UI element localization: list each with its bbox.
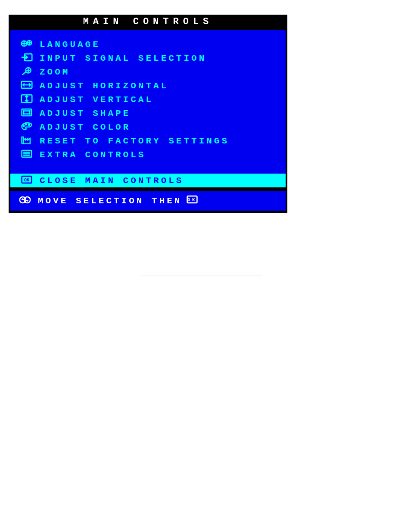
divider — [9, 187, 287, 191]
menu-item-label: ADJUST COLOR — [35, 122, 131, 132]
osd-window: MAIN CONTROLS LANGUAGE INPUT SIGNAL SELE… — [9, 15, 287, 213]
language-icon — [18, 38, 35, 51]
osd-body: LANGUAGE INPUT SIGNAL SELECTION ZOOM ADJ… — [10, 30, 286, 187]
adjust-horizontal-icon — [18, 80, 35, 92]
factory-icon — [18, 135, 35, 147]
adjust-color-icon — [18, 121, 35, 134]
adjust-shape-icon — [18, 107, 35, 120]
svg-point-9 — [28, 124, 30, 125]
hint-text-label: MOVE SELECTION THEN — [38, 196, 182, 206]
adjust-vertical-icon — [18, 93, 35, 106]
hint-bar: MOVE SELECTION THEN OK — [10, 191, 286, 211]
svg-point-7 — [23, 125, 25, 126]
menu-item-label: ADJUST VERTICAL — [35, 95, 153, 105]
hint-text: MOVE SELECTION THEN OK — [34, 194, 198, 207]
svg-point-8 — [25, 124, 27, 125]
svg-text:OK: OK — [188, 197, 197, 202]
menu-item-label: RESET TO FACTORY SETTINGS — [35, 136, 229, 146]
menu-item-label: CLOSE MAIN CONTROLS — [35, 176, 184, 186]
menu-item-zoom[interactable]: ZOOM — [10, 65, 286, 79]
menu-item-adjust-horizontal[interactable]: ADJUST HORIZONTAL — [10, 79, 286, 93]
extra-controls-icon — [18, 149, 35, 161]
menu-item-adjust-vertical[interactable]: ADJUST VERTICAL — [10, 93, 286, 106]
menu-item-language[interactable]: LANGUAGE — [10, 37, 286, 51]
return-link[interactable] — [141, 267, 262, 276]
zoom-icon — [18, 66, 35, 78]
input-icon — [18, 52, 35, 65]
ok-icon: OK — [18, 174, 35, 187]
menu-item-label: ADJUST SHAPE — [35, 109, 131, 118]
svg-text:OK: OK — [24, 177, 30, 183]
menu-item-extra-controls[interactable]: EXTRA CONTROLS — [10, 148, 286, 162]
menu-item-label: EXTRA CONTROLS — [35, 150, 146, 160]
spacer — [10, 162, 286, 174]
ok-icon: OK — [186, 194, 198, 207]
menu-item-label: LANGUAGE — [35, 40, 100, 50]
menu-item-close-main-controls[interactable]: OK CLOSE MAIN CONTROLS — [10, 174, 286, 187]
menu-item-label: ADJUST HORIZONTAL — [35, 81, 168, 91]
osd-title: MAIN CONTROLS — [9, 15, 287, 30]
up-down-icon — [16, 195, 34, 207]
menu-item-label: INPUT SIGNAL SELECTION — [35, 53, 206, 63]
menu-item-reset-factory[interactable]: RESET TO FACTORY SETTINGS — [10, 134, 286, 148]
menu-item-adjust-color[interactable]: ADJUST COLOR — [10, 120, 286, 134]
menu-item-input-signal[interactable]: INPUT SIGNAL SELECTION — [10, 51, 286, 65]
menu-item-label: ZOOM — [35, 67, 70, 77]
menu-item-adjust-shape[interactable]: ADJUST SHAPE — [10, 106, 286, 120]
